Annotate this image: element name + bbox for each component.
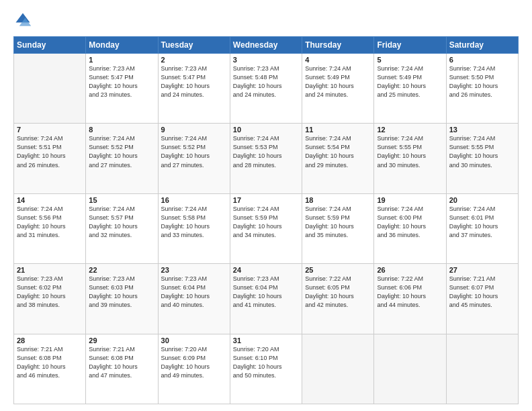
header-cell: Monday [86, 37, 158, 54]
day-cell: 4Sunrise: 7:24 AM Sunset: 5:49 PM Daylig… [302, 54, 374, 124]
day-cell: 11Sunrise: 7:24 AM Sunset: 5:54 PM Dayli… [302, 124, 374, 193]
day-number: 14 [17, 196, 83, 204]
day-number: 3 [233, 56, 299, 64]
day-number: 25 [305, 266, 371, 274]
week-row: 21Sunrise: 7:23 AM Sunset: 6:02 PM Dayli… [14, 264, 519, 334]
day-info: Sunrise: 7:24 AM Sunset: 5:52 PM Dayligh… [89, 134, 154, 169]
day-number: 30 [161, 336, 227, 345]
day-info: Sunrise: 7:20 AM Sunset: 6:09 PM Dayligh… [161, 345, 227, 380]
day-number: 7 [17, 126, 83, 134]
day-info: Sunrise: 7:24 AM Sunset: 5:50 PM Dayligh… [449, 64, 515, 99]
day-info: Sunrise: 7:24 AM Sunset: 5:54 PM Dayligh… [305, 134, 371, 169]
day-number: 18 [305, 196, 371, 204]
day-cell: 21Sunrise: 7:23 AM Sunset: 6:02 PM Dayli… [14, 264, 86, 334]
day-info: Sunrise: 7:24 AM Sunset: 5:53 PM Dayligh… [233, 134, 299, 169]
day-info: Sunrise: 7:23 AM Sunset: 6:02 PM Dayligh… [17, 275, 83, 310]
day-cell: 31Sunrise: 7:20 AM Sunset: 6:10 PM Dayli… [230, 334, 302, 404]
day-cell: 6Sunrise: 7:24 AM Sunset: 5:50 PM Daylig… [446, 54, 518, 124]
day-number: 11 [305, 126, 371, 134]
logo-icon [13, 11, 32, 30]
week-row: 1Sunrise: 7:23 AM Sunset: 5:47 PM Daylig… [14, 54, 519, 124]
header-cell: Friday [374, 37, 446, 54]
day-number: 17 [233, 196, 299, 204]
day-number: 9 [161, 126, 227, 134]
day-info: Sunrise: 7:23 AM Sunset: 5:48 PM Dayligh… [233, 64, 299, 99]
day-number: 31 [233, 336, 299, 345]
day-number: 12 [377, 126, 443, 134]
day-number: 20 [449, 196, 515, 204]
day-info: Sunrise: 7:23 AM Sunset: 6:04 PM Dayligh… [233, 275, 299, 310]
day-cell: 17Sunrise: 7:24 AM Sunset: 5:59 PM Dayli… [230, 193, 302, 263]
page: SundayMondayTuesdayWednesdayThursdayFrid… [0, 0, 532, 411]
day-cell: 20Sunrise: 7:24 AM Sunset: 6:01 PM Dayli… [446, 193, 518, 263]
day-number: 28 [17, 336, 83, 345]
day-number: 5 [377, 56, 443, 64]
day-info: Sunrise: 7:24 AM Sunset: 5:56 PM Dayligh… [17, 205, 83, 240]
day-cell: 10Sunrise: 7:24 AM Sunset: 5:53 PM Dayli… [230, 124, 302, 193]
day-number: 23 [161, 266, 227, 274]
header-cell: Wednesday [230, 37, 302, 54]
day-info: Sunrise: 7:22 AM Sunset: 6:06 PM Dayligh… [377, 275, 443, 310]
day-cell: 24Sunrise: 7:23 AM Sunset: 6:04 PM Dayli… [230, 264, 302, 334]
day-info: Sunrise: 7:20 AM Sunset: 6:10 PM Dayligh… [233, 345, 299, 380]
day-number: 21 [17, 266, 83, 274]
logo [13, 11, 35, 30]
day-info: Sunrise: 7:24 AM Sunset: 6:00 PM Dayligh… [377, 205, 443, 240]
day-info: Sunrise: 7:24 AM Sunset: 5:55 PM Dayligh… [377, 134, 443, 169]
week-row: 28Sunrise: 7:21 AM Sunset: 6:08 PM Dayli… [14, 334, 519, 404]
calendar-table: SundayMondayTuesdayWednesdayThursdayFrid… [13, 36, 519, 404]
day-info: Sunrise: 7:24 AM Sunset: 5:55 PM Dayligh… [449, 134, 515, 169]
header-cell: Saturday [446, 37, 518, 54]
day-cell [374, 334, 446, 404]
day-number: 10 [233, 126, 299, 134]
day-number: 19 [377, 196, 443, 204]
day-cell [302, 334, 374, 404]
day-cell: 30Sunrise: 7:20 AM Sunset: 6:09 PM Dayli… [158, 334, 230, 404]
day-cell [14, 54, 86, 124]
day-info: Sunrise: 7:24 AM Sunset: 5:57 PM Dayligh… [89, 205, 154, 240]
day-cell: 19Sunrise: 7:24 AM Sunset: 6:00 PM Dayli… [374, 193, 446, 263]
day-info: Sunrise: 7:21 AM Sunset: 6:08 PM Dayligh… [89, 345, 154, 380]
week-row: 7Sunrise: 7:24 AM Sunset: 5:51 PM Daylig… [14, 124, 519, 193]
day-cell: 16Sunrise: 7:24 AM Sunset: 5:58 PM Dayli… [158, 193, 230, 263]
day-number: 2 [161, 56, 227, 64]
day-number: 8 [89, 126, 154, 134]
day-number: 4 [305, 56, 371, 64]
day-cell: 26Sunrise: 7:22 AM Sunset: 6:06 PM Dayli… [374, 264, 446, 334]
day-cell: 27Sunrise: 7:21 AM Sunset: 6:07 PM Dayli… [446, 264, 518, 334]
header-row: SundayMondayTuesdayWednesdayThursdayFrid… [14, 37, 519, 54]
day-info: Sunrise: 7:24 AM Sunset: 5:51 PM Dayligh… [17, 134, 83, 169]
day-info: Sunrise: 7:24 AM Sunset: 5:49 PM Dayligh… [305, 64, 371, 99]
day-info: Sunrise: 7:24 AM Sunset: 5:59 PM Dayligh… [305, 205, 371, 240]
day-number: 6 [449, 56, 515, 64]
day-cell: 2Sunrise: 7:23 AM Sunset: 5:47 PM Daylig… [158, 54, 230, 124]
day-cell [446, 334, 518, 404]
day-number: 22 [89, 266, 154, 274]
day-number: 27 [449, 266, 515, 274]
day-info: Sunrise: 7:21 AM Sunset: 6:07 PM Dayligh… [449, 275, 515, 310]
day-info: Sunrise: 7:23 AM Sunset: 6:04 PM Dayligh… [161, 275, 227, 310]
day-info: Sunrise: 7:24 AM Sunset: 5:58 PM Dayligh… [161, 205, 227, 240]
header-cell: Sunday [14, 37, 86, 54]
day-info: Sunrise: 7:24 AM Sunset: 5:49 PM Dayligh… [377, 64, 443, 99]
day-info: Sunrise: 7:21 AM Sunset: 6:08 PM Dayligh… [17, 345, 83, 380]
header-cell: Tuesday [158, 37, 230, 54]
header-cell: Thursday [302, 37, 374, 54]
day-cell: 23Sunrise: 7:23 AM Sunset: 6:04 PM Dayli… [158, 264, 230, 334]
day-cell: 1Sunrise: 7:23 AM Sunset: 5:47 PM Daylig… [86, 54, 158, 124]
day-cell: 22Sunrise: 7:23 AM Sunset: 6:03 PM Dayli… [86, 264, 158, 334]
day-info: Sunrise: 7:24 AM Sunset: 5:52 PM Dayligh… [161, 134, 227, 169]
day-cell: 8Sunrise: 7:24 AM Sunset: 5:52 PM Daylig… [86, 124, 158, 193]
day-cell: 9Sunrise: 7:24 AM Sunset: 5:52 PM Daylig… [158, 124, 230, 193]
day-cell: 13Sunrise: 7:24 AM Sunset: 5:55 PM Dayli… [446, 124, 518, 193]
day-cell: 29Sunrise: 7:21 AM Sunset: 6:08 PM Dayli… [86, 334, 158, 404]
day-number: 24 [233, 266, 299, 274]
day-info: Sunrise: 7:23 AM Sunset: 5:47 PM Dayligh… [89, 64, 154, 99]
header [13, 11, 519, 30]
day-info: Sunrise: 7:23 AM Sunset: 5:47 PM Dayligh… [161, 64, 227, 99]
day-number: 15 [89, 196, 154, 204]
day-number: 13 [449, 126, 515, 134]
day-cell: 15Sunrise: 7:24 AM Sunset: 5:57 PM Dayli… [86, 193, 158, 263]
day-cell: 14Sunrise: 7:24 AM Sunset: 5:56 PM Dayli… [14, 193, 86, 263]
day-info: Sunrise: 7:24 AM Sunset: 6:01 PM Dayligh… [449, 205, 515, 240]
